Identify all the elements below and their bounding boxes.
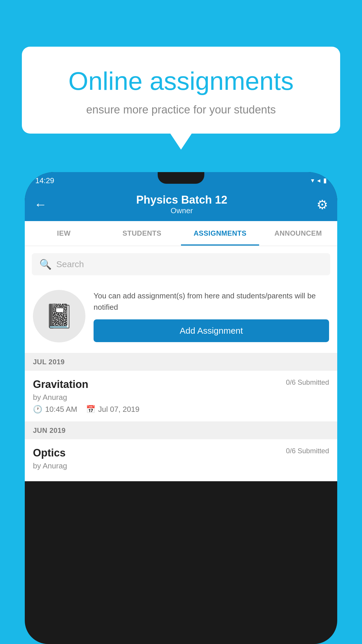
phone-notch: [158, 172, 204, 184]
assignment-item-optics[interactable]: Optics 0/6 Submitted by Anurag: [25, 439, 337, 481]
section-label-jun: JUN 2019: [33, 426, 66, 434]
screen-content: 🔍 Search 📓 You can add assignment(s) fro…: [25, 246, 337, 481]
assignment-by-optics: by Anurag: [33, 461, 329, 470]
tab-assignments[interactable]: ASSIGNMENTS: [181, 221, 259, 246]
wifi-icon: ▾: [311, 177, 314, 184]
assignment-submitted-optics: 0/6 Submitted: [286, 447, 329, 455]
section-label-jul: JUL 2019: [33, 358, 65, 366]
assignment-icon-circle: 📓: [33, 290, 85, 342]
calendar-icon: 📅: [86, 405, 95, 414]
section-jul-2019: JUL 2019: [25, 353, 337, 371]
assignment-row-top: Gravitation 0/6 Submitted: [33, 378, 329, 391]
add-assignment-button[interactable]: Add Assignment: [94, 319, 329, 342]
assignment-item-gravitation[interactable]: Gravitation 0/6 Submitted by Anurag 🕐 10…: [25, 371, 337, 422]
signal-icon: ◂: [317, 177, 320, 184]
status-icons: ▾ ◂ ▮: [311, 177, 327, 184]
tabs-bar: IEW STUDENTS ASSIGNMENTS ANNOUNCEM: [25, 221, 337, 246]
app-header: ← Physics Batch 12 Owner ⚙: [25, 189, 337, 221]
promo-section: 📓 You can add assignment(s) from here an…: [25, 281, 337, 353]
settings-icon[interactable]: ⚙: [317, 197, 328, 212]
section-jun-2019: JUN 2019: [25, 422, 337, 439]
bubble-subtitle: ensure more practice for your students: [45, 104, 317, 116]
notebook-icon: 📓: [45, 302, 74, 330]
tab-announcements[interactable]: ANNOUNCEM: [259, 221, 337, 246]
meta-time: 🕐 10:45 AM: [33, 405, 77, 414]
status-time: 14:29: [35, 176, 54, 185]
phone-frame: 14:29 ▾ ◂ ▮ ← Physics Batch 12 Owner ⚙ I…: [25, 172, 337, 644]
promo-description: You can add assignment(s) from here and …: [94, 290, 329, 313]
tab-students[interactable]: STUDENTS: [103, 221, 181, 246]
search-icon: 🔍: [39, 258, 52, 270]
assignment-submitted-gravitation: 0/6 Submitted: [286, 378, 329, 386]
assignment-row-top-optics: Optics 0/6 Submitted: [33, 447, 329, 459]
speech-bubble: Online assignments ensure more practice …: [22, 47, 340, 134]
header-title: Physics Batch 12: [136, 194, 227, 206]
search-placeholder: Search: [56, 259, 84, 269]
bubble-title: Online assignments: [45, 67, 317, 95]
battery-icon: ▮: [323, 177, 327, 184]
tab-iew[interactable]: IEW: [25, 221, 103, 246]
clock-icon: 🕐: [33, 405, 42, 414]
back-button[interactable]: ←: [34, 197, 47, 212]
header-subtitle: Owner: [136, 206, 227, 215]
promo-content: You can add assignment(s) from here and …: [94, 290, 329, 342]
assignment-name-gravitation: Gravitation: [33, 378, 88, 391]
meta-date: 📅 Jul 07, 2019: [86, 405, 140, 414]
search-bar[interactable]: 🔍 Search: [32, 253, 330, 275]
assignment-time: 10:45 AM: [45, 405, 77, 414]
header-center: Physics Batch 12 Owner: [136, 194, 227, 215]
assignment-date: Jul 07, 2019: [98, 405, 140, 414]
assignment-meta-gravitation: 🕐 10:45 AM 📅 Jul 07, 2019: [33, 405, 329, 414]
assignment-by-gravitation: by Anurag: [33, 393, 329, 402]
assignment-name-optics: Optics: [33, 447, 66, 459]
